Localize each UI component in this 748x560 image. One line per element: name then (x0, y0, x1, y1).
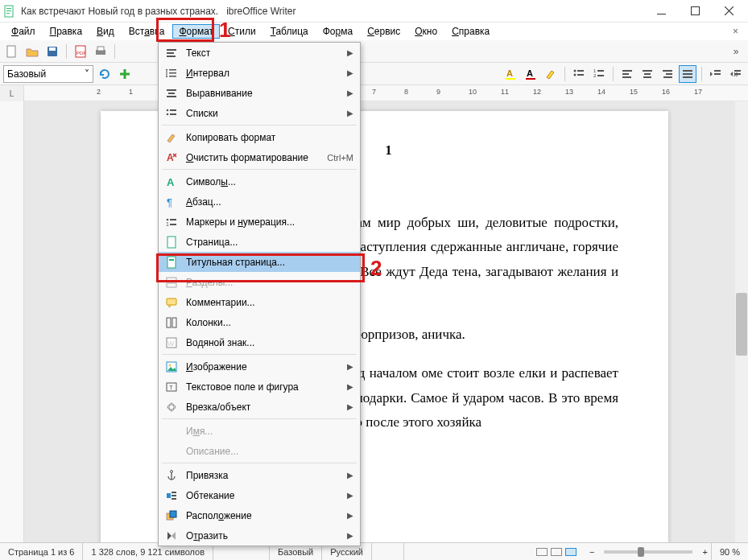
menu-файл[interactable]: Файл (5, 24, 42, 39)
view-layout-icons[interactable] (527, 543, 586, 560)
menu-item-привязка[interactable]: Привязка▶ (159, 465, 360, 485)
paragraph-style-dropdown[interactable]: Базовый ˅ (3, 65, 93, 83)
menu-item-label: Абзац... (186, 196, 353, 208)
menu-item-label: Изображение (186, 361, 344, 373)
ruler-corner: L (0, 85, 24, 101)
menu-item-интервал[interactable]: Интервал▶ (159, 63, 360, 83)
close-button[interactable] (713, 2, 745, 21)
annotation-number-2: 2 (370, 256, 382, 281)
menu-item-титульнаястраница[interactable]: Титульная страница... (159, 252, 360, 272)
menu-таблица[interactable]: Таблица (264, 24, 315, 39)
menu-item-обтекание[interactable]: Обтекание▶ (159, 485, 360, 505)
menu-item-описание: Описание... (159, 441, 360, 461)
svg-rect-38 (714, 73, 721, 75)
menu-item-label: Списки (186, 108, 344, 119)
menu-item-комментарии[interactable]: Комментарии... (159, 292, 360, 312)
svg-rect-47 (167, 89, 176, 91)
svg-point-19 (574, 73, 576, 76)
menu-справка[interactable]: Справка (445, 24, 496, 39)
increase-indent-button[interactable] (707, 65, 725, 83)
menu-item-списки[interactable]: Списки▶ (159, 103, 360, 123)
align-justify-button[interactable] (679, 65, 696, 83)
menu-item-водянойзнак[interactable]: WВодяной знак... (159, 332, 360, 352)
zoom-knob[interactable] (638, 547, 644, 557)
menu-формат[interactable]: Формат (172, 24, 220, 39)
bullet-icon: 1 (163, 215, 180, 229)
svg-rect-66 (167, 299, 176, 305)
menu-item-маркерыинумерация[interactable]: 1Маркеры и нумерация... (159, 212, 360, 232)
scrollbar-thumb[interactable] (736, 293, 747, 356)
menu-правка[interactable]: Правка (43, 24, 89, 39)
zoom-minus[interactable]: − (586, 547, 597, 557)
menu-item-разделы: Разделы... (159, 272, 360, 292)
arrange-icon (163, 509, 180, 523)
bullet-list-button[interactable] (570, 65, 588, 83)
char-bg-button[interactable] (542, 65, 560, 83)
vertical-ruler[interactable] (0, 101, 24, 543)
svg-rect-20 (577, 74, 584, 76)
menu-item-label: Очистить форматирование (186, 152, 327, 163)
menu-окно[interactable]: Окно (408, 24, 444, 39)
svg-rect-1 (6, 8, 11, 9)
svg-rect-34 (683, 70, 692, 72)
align-right-button[interactable] (659, 65, 676, 83)
menu-форма[interactable]: Форма (316, 24, 359, 39)
menu-item-текстовоеполеифигура[interactable]: TТекстовое поле и фигура▶ (159, 377, 360, 397)
watermark-icon: W (163, 336, 180, 350)
menu-вставка[interactable]: Вставка (122, 24, 172, 39)
svg-rect-63 (169, 259, 174, 261)
close-document-button[interactable]: × (728, 24, 743, 39)
zoom-plus[interactable]: + (699, 547, 710, 557)
svg-rect-67 (167, 318, 171, 327)
toolbar2-overflow[interactable]: » (727, 63, 745, 85)
new-style-button[interactable] (116, 65, 134, 83)
status-page[interactable]: Страница 1 из 6 (0, 543, 83, 560)
menu-item-label: Копировать формат (186, 132, 353, 143)
update-style-button[interactable] (96, 65, 114, 83)
font-color-button[interactable]: A (522, 65, 539, 83)
page-area[interactable]: 1 зных странах й праздник, открывающий н… (24, 101, 748, 543)
svg-rect-29 (644, 73, 651, 75)
minimize-button[interactable] (645, 2, 677, 21)
maximize-button[interactable] (679, 2, 711, 21)
menu-item-колонки[interactable]: Колонки... (159, 312, 360, 332)
print-button[interactable] (92, 43, 110, 60)
submenu-arrow-icon: ▶ (347, 48, 353, 57)
menu-item-label: Описание... (186, 446, 353, 457)
menu-item-страница[interactable]: Страница... (159, 232, 360, 252)
menu-item-label: Интервал (186, 68, 344, 79)
menu-item-символы[interactable]: AСимволы... (159, 171, 360, 191)
toolbar-overflow[interactable]: » (727, 40, 745, 63)
vertical-scrollbar[interactable] (735, 101, 748, 543)
number-list-button[interactable]: 12 (590, 65, 608, 83)
align-center-button[interactable] (638, 65, 656, 83)
annotation-number-1: 1 (219, 18, 230, 43)
menu-item-изображение[interactable]: Изображение▶ (159, 356, 360, 377)
menu-item-расположение[interactable]: Расположение▶ (159, 505, 360, 525)
menu-item-отразить[interactable]: Отразить▶ (159, 525, 360, 546)
zoom-value[interactable]: 90 % (711, 543, 748, 560)
export-pdf-button[interactable]: PDF (72, 43, 89, 60)
zoom-slider[interactable] (604, 550, 692, 554)
svg-point-50 (167, 109, 169, 111)
menu-item-label: Разделы... (186, 277, 353, 288)
menu-item-врезкаобъект[interactable]: Врезка/объект▶ (159, 397, 360, 417)
svg-rect-60 (170, 224, 176, 225)
menu-вид[interactable]: Вид (90, 24, 121, 39)
menu-item-выравнивание[interactable]: Выравнивание▶ (159, 83, 360, 103)
menu-item-абзац[interactable]: ¶Абзац... (159, 191, 360, 212)
align-left-button[interactable] (618, 65, 636, 83)
svg-rect-3 (6, 13, 10, 14)
menu-item-копироватьформат[interactable]: Копировать формат (159, 127, 360, 147)
svg-point-52 (167, 113, 169, 115)
menu-item-очиститьформатирование[interactable]: AОчистить форматированиеCtrl+M (159, 147, 360, 167)
open-button[interactable] (23, 43, 41, 60)
new-button[interactable] (3, 43, 21, 60)
svg-rect-35 (683, 73, 692, 75)
submenu-arrow-icon: ▶ (347, 382, 353, 391)
highlight-color-button[interactable]: A (502, 65, 519, 83)
menu-сервис[interactable]: Сервис (361, 24, 407, 39)
menu-item-текст[interactable]: Текст▶ (159, 43, 360, 63)
save-button[interactable] (43, 43, 61, 60)
horizontal-ruler[interactable]: 217891011121314151617 (24, 85, 748, 101)
